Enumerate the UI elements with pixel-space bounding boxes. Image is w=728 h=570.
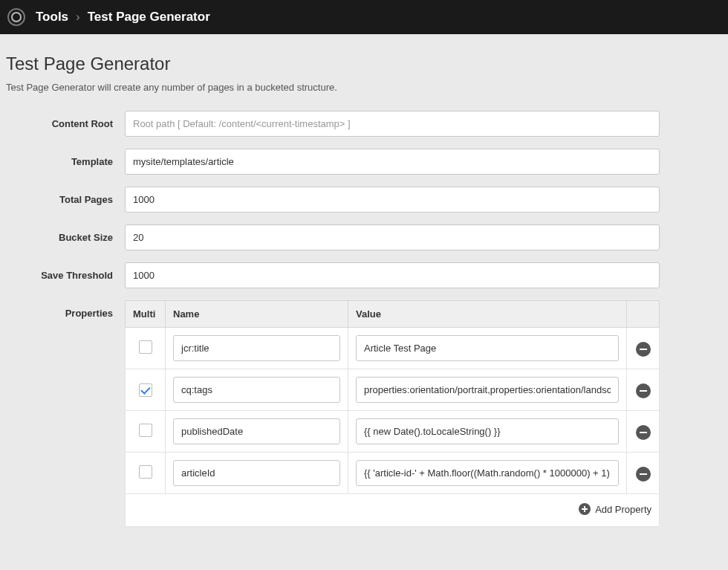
bucket-size-input[interactable] — [125, 224, 660, 250]
label-template: Template — [6, 149, 125, 167]
remove-icon[interactable] — [636, 425, 651, 440]
label-bucket-size: Bucket Size — [6, 224, 125, 243]
add-property-button[interactable]: Add Property — [579, 503, 651, 515]
label-content-root: Content Root — [6, 111, 125, 129]
content-root-input[interactable] — [125, 111, 660, 137]
table-row — [126, 453, 660, 494]
property-value-input[interactable] — [356, 460, 619, 486]
add-property-label: Add Property — [595, 504, 651, 515]
save-threshold-input[interactable] — [125, 262, 660, 288]
property-value-input[interactable] — [356, 377, 619, 403]
property-value-input[interactable] — [356, 335, 619, 361]
page-title: Test Page Generator — [6, 54, 716, 74]
table-row — [126, 411, 660, 453]
table-row — [126, 328, 660, 369]
header: Tools › Test Page Generator — [0, 0, 728, 34]
app-logo-icon — [7, 8, 25, 26]
remove-icon[interactable] — [636, 383, 651, 398]
col-multi: Multi — [126, 301, 166, 328]
multi-checkbox[interactable] — [139, 383, 152, 397]
property-name-input[interactable] — [173, 335, 340, 361]
main: Test Page Generator Test Page Generator … — [0, 34, 728, 527]
chevron-right-icon: › — [76, 10, 80, 25]
property-name-input[interactable] — [173, 460, 340, 486]
remove-icon[interactable] — [636, 342, 651, 357]
property-name-input[interactable] — [173, 377, 340, 403]
multi-checkbox[interactable] — [139, 424, 152, 437]
breadcrumb-current: Test Page Generator — [88, 10, 210, 25]
plus-icon — [579, 503, 591, 515]
label-properties: Properties — [6, 300, 125, 319]
template-input[interactable] — [125, 149, 660, 175]
col-name: Name — [166, 301, 348, 328]
page-description: Test Page Generator will create any numb… — [6, 82, 716, 93]
breadcrumb-root[interactable]: Tools — [36, 10, 68, 25]
multi-checkbox[interactable] — [139, 340, 152, 354]
col-delete — [627, 301, 660, 328]
col-value: Value — [348, 301, 627, 328]
remove-icon[interactable] — [636, 467, 651, 482]
label-total-pages: Total Pages — [6, 187, 125, 205]
total-pages-input[interactable] — [125, 187, 660, 213]
property-name-input[interactable] — [173, 418, 340, 444]
label-save-threshold: Save Threshold — [6, 262, 125, 281]
multi-checkbox[interactable] — [139, 465, 152, 479]
table-row — [126, 369, 660, 411]
properties-table: Multi Name Value Add Property — [125, 300, 660, 527]
property-value-input[interactable] — [356, 418, 619, 444]
